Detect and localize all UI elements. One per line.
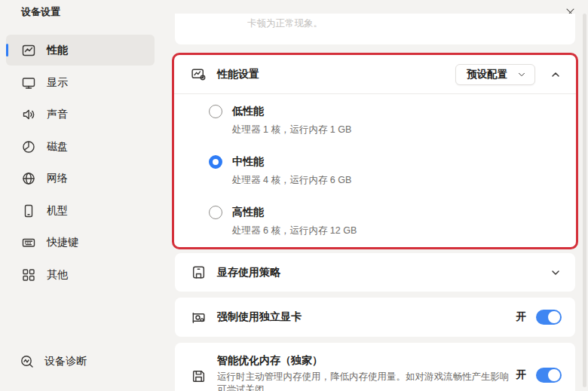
settings-scroll-area: 卡顿为正常现象。 性能设置 预设配置 低性能 处理器 1 核，运行内存 1 GB — [175, 0, 575, 391]
sidebar-item-disk[interactable]: 磁盘 — [6, 131, 155, 162]
sidebar-item-label: 快捷键 — [47, 236, 78, 249]
option-low-performance[interactable]: 低性能 处理器 1 核，运行内存 1 GB — [209, 105, 576, 136]
display-icon — [21, 75, 36, 90]
sound-icon — [21, 107, 36, 122]
memory-toggle-state-label: 开 — [516, 368, 527, 382]
window-title: 设备设置 — [21, 5, 60, 19]
performance-settings-card: 性能设置 预设配置 低性能 处理器 1 核，运行内存 1 GB 中性能 — [172, 53, 578, 249]
vram-policy-card[interactable]: 显存使用策略 — [175, 253, 575, 292]
smart-memory-title: 智能优化内存（独家） — [217, 354, 513, 368]
diagnostics-icon — [20, 354, 35, 369]
chevron-down-icon — [516, 69, 527, 80]
radio-low-performance[interactable] — [209, 105, 222, 118]
sidebar-item-label: 性能 — [47, 44, 68, 57]
grid-icon — [21, 267, 36, 283]
option-description: 处理器 4 核，运行内存 6 GB — [232, 174, 576, 187]
gpu-icon — [191, 310, 207, 325]
option-medium-performance[interactable]: 中性能 处理器 4 核，运行内存 6 GB — [209, 155, 576, 187]
scrolled-partial-text: 卡顿为正常现象。 — [247, 17, 323, 30]
sidebar-item-label: 网络 — [47, 172, 68, 185]
memory-save-icon — [191, 368, 207, 384]
option-description: 处理器 1 核，运行内存 1 GB — [232, 124, 576, 136]
scrolled-card-partial: 卡顿为正常现象。 — [175, 14, 575, 44]
force-gpu-title: 强制使用独立显卡 — [217, 310, 302, 324]
collapse-section-button[interactable] — [547, 66, 565, 84]
option-label: 中性能 — [232, 155, 576, 169]
chevron-down-icon[interactable] — [550, 267, 562, 279]
sidebar-item-device-model[interactable]: 机型 — [6, 195, 155, 226]
vram-policy-title: 显存使用策略 — [217, 266, 280, 280]
chevron-up-icon — [550, 69, 562, 81]
sidebar-item-shortcuts[interactable]: 快捷键 — [6, 227, 155, 258]
option-label: 低性能 — [232, 105, 576, 118]
sidebar-item-label: 机型 — [47, 204, 68, 218]
vram-icon — [191, 264, 207, 280]
device-model-icon — [21, 203, 36, 218]
sidebar-item-sound[interactable]: 声音 — [6, 99, 155, 130]
preset-config-value: 预设配置 — [467, 68, 507, 81]
sidebar-item-display[interactable]: 显示 — [6, 67, 155, 98]
disk-icon — [21, 139, 36, 154]
device-settings-dialog: 设备设置 性能 显示 声音 磁盘 网络 机型 快捷键 其他 设备诊断 — [0, 0, 588, 391]
performance-settings-header: 性能设置 预设配置 — [174, 55, 576, 94]
sidebar-item-other[interactable]: 其他 — [6, 259, 155, 290]
memory-toggle[interactable] — [536, 368, 562, 383]
smart-memory-card: 智能优化内存（独家） 运行时主动管理内存使用，降低内存使用量。如对游戏流畅性产生… — [175, 343, 575, 391]
network-icon — [21, 171, 36, 186]
vertical-scrollbar[interactable] — [583, 14, 586, 387]
gpu-toggle[interactable] — [536, 310, 562, 325]
performance-options-group: 低性能 处理器 1 核，运行内存 1 GB 中性能 处理器 4 核，运行内存 6… — [174, 94, 576, 237]
preset-config-dropdown[interactable]: 预设配置 — [455, 64, 535, 85]
radio-medium-performance[interactable] — [209, 155, 222, 169]
keyboard-icon — [21, 235, 36, 250]
performance-settings-icon — [191, 66, 207, 82]
gpu-toggle-state-label: 开 — [516, 310, 527, 324]
device-diagnostics-button[interactable]: 设备诊断 — [20, 354, 87, 369]
sidebar-item-label: 其他 — [47, 268, 68, 282]
smart-memory-description: 运行时主动管理内存使用，降低内存使用量。如对游戏流畅性产生影响可尝试关闭。 — [217, 371, 513, 391]
performance-icon — [21, 43, 36, 58]
option-description: 处理器 6 核，运行内存 12 GB — [232, 225, 576, 237]
option-high-performance[interactable]: 高性能 处理器 6 核，运行内存 12 GB — [209, 206, 576, 237]
sidebar-item-label: 磁盘 — [47, 140, 68, 154]
performance-settings-title: 性能设置 — [217, 68, 259, 81]
sidebar-item-label: 显示 — [47, 76, 68, 90]
device-diagnostics-label: 设备诊断 — [44, 355, 87, 368]
radio-high-performance[interactable] — [209, 206, 222, 219]
force-dedicated-gpu-card: 强制使用独立显卡 开 — [175, 298, 575, 337]
sidebar-item-performance[interactable]: 性能 — [6, 35, 155, 66]
option-label: 高性能 — [232, 206, 576, 219]
sidebar-item-network[interactable]: 网络 — [6, 163, 155, 194]
sidebar-item-label: 声音 — [47, 108, 68, 121]
